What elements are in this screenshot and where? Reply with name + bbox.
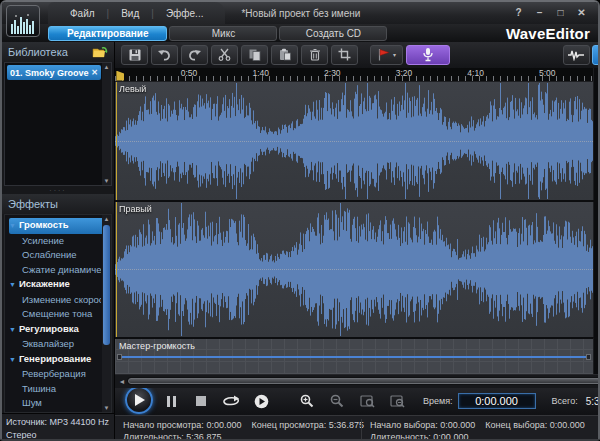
delete-button[interactable] xyxy=(301,45,328,65)
redo-button[interactable] xyxy=(181,45,208,65)
zoom-selection-button[interactable] xyxy=(355,390,379,412)
open-folder-icon[interactable] xyxy=(92,46,108,58)
minimize-button[interactable]: – xyxy=(531,6,548,20)
effect-category-volume[interactable]: ▼Громкость xyxy=(9,218,105,234)
zoom-out-button[interactable] xyxy=(325,390,349,412)
master-volume-label: Мастер-громкость xyxy=(119,341,195,351)
selection-end-value: 0:00.000 xyxy=(550,420,585,430)
menu-view[interactable]: Вид xyxy=(109,8,151,19)
tab-create-cd[interactable]: Создать CD xyxy=(279,26,387,41)
time-tick: 3:20 xyxy=(396,68,413,78)
left-channel-waveform[interactable]: Левый xyxy=(115,82,593,200)
start-marker-icon[interactable] xyxy=(116,71,124,81)
playhead-cursor[interactable] xyxy=(116,202,117,337)
effect-item[interactable]: Изменение скорости xyxy=(9,293,101,308)
cut-button[interactable] xyxy=(211,45,238,65)
collapse-icon[interactable]: ▼ xyxy=(9,356,16,363)
library-scrollbar[interactable]: ▲ ▼ xyxy=(102,63,111,185)
left-channel-label: Левый xyxy=(119,84,146,94)
waveform-area: 0:50 1:40 2:30 3:20 4:10 5:00 dB Левый xyxy=(115,68,600,388)
hscroll-thumb[interactable] xyxy=(128,378,600,384)
envelope-view-button[interactable] xyxy=(592,45,600,65)
timeline-ruler[interactable]: 0:50 1:40 2:30 3:20 4:10 5:00 xyxy=(115,68,593,82)
effects-scroll-thumb[interactable] xyxy=(103,225,110,345)
library-header: Библиотека xyxy=(2,42,114,62)
collapse-icon[interactable]: ▼ xyxy=(9,326,16,333)
panel-resize-handle[interactable]: ···· xyxy=(2,186,114,194)
selection-status: Начало выбора: 0:00.000Конец выбора: 0:0… xyxy=(370,419,585,441)
undo-button[interactable] xyxy=(151,45,178,65)
scroll-down-icon[interactable]: ▼ xyxy=(104,404,110,412)
scroll-left-icon[interactable]: ◄ xyxy=(117,378,127,385)
tab-mix[interactable]: Микс xyxy=(169,26,277,41)
tab-editing[interactable]: Редактирование xyxy=(48,26,167,41)
db-scale-right: -3 -6 -12 -18 -∞ -18 -12 -6 -3 xyxy=(593,202,600,337)
scroll-down-icon[interactable]: ▼ xyxy=(104,177,110,185)
play-selection-button[interactable] xyxy=(249,390,273,412)
effect-item[interactable]: Ослабление xyxy=(9,248,101,263)
scroll-up-icon[interactable]: ▲ xyxy=(104,215,110,223)
playhead-cursor[interactable] xyxy=(116,82,117,200)
view-end-value: 5:36.875 xyxy=(329,420,364,430)
dropdown-icon[interactable]: ▾ xyxy=(393,51,396,58)
menu-file[interactable]: Файл xyxy=(58,8,107,19)
time-tick: 0:50 xyxy=(181,68,198,78)
effect-item[interactable]: Сжатие динамичес... xyxy=(9,263,101,278)
copy-button[interactable] xyxy=(241,45,268,65)
help-button[interactable]: ? xyxy=(510,6,527,20)
transport-bar: Время: 0:00.000 Всего: 5:36.875 xyxy=(115,388,600,415)
effect-item[interactable]: Шум xyxy=(9,396,101,411)
record-microphone-button[interactable] xyxy=(406,45,450,65)
envelope-handle[interactable] xyxy=(586,354,591,360)
effect-item[interactable]: Тишина xyxy=(9,382,101,397)
zoom-all-button[interactable] xyxy=(385,390,409,412)
crop-button[interactable] xyxy=(331,45,358,65)
source-channels: Стерео xyxy=(6,429,110,441)
save-button[interactable] xyxy=(121,45,148,65)
paste-button[interactable] xyxy=(271,45,298,65)
source-info: Источник: MP3 44100 Hz Стерео xyxy=(2,413,114,441)
effect-category-generate[interactable]: ▼Генерирование xyxy=(9,352,101,368)
db-scale-left: -3 -6 -12 -18 -∞ -18 -12 -6 -3 xyxy=(593,82,600,200)
selection-start-value: 0:00.000 xyxy=(440,420,475,430)
menu-effects[interactable]: Эффе... xyxy=(154,8,216,19)
remove-item-icon[interactable]: ✕ xyxy=(89,68,98,77)
loop-button[interactable] xyxy=(219,390,243,412)
effect-category-distortion[interactable]: ▼Искажение xyxy=(9,277,101,293)
time-tick: 4:10 xyxy=(467,68,484,78)
right-channel-label: Правый xyxy=(119,204,152,214)
collapse-icon[interactable]: ▼ xyxy=(9,222,16,229)
library-item-label: 01. Smoky Grooves #0... xyxy=(10,68,89,78)
waveform-view-button[interactable] xyxy=(563,45,590,65)
close-button[interactable]: ✕ xyxy=(573,6,590,20)
time-tick: 5:00 xyxy=(539,68,556,78)
library-list: 01. Smoky Grooves #0... ✕ ▲ ▼ xyxy=(4,62,112,186)
effect-item[interactable]: Реверберация xyxy=(9,367,101,382)
envelope-handle[interactable] xyxy=(117,354,122,360)
collapse-icon[interactable]: ▼ xyxy=(9,281,16,288)
sidebar: Библиотека 01. Smoky Grooves #0... ✕ xyxy=(2,42,115,441)
current-time-field[interactable]: 0:00.000 xyxy=(458,393,536,409)
selection-duration-value: 0:00.000 xyxy=(433,432,468,441)
toolbar: ▾ xyxy=(115,42,600,68)
play-button[interactable] xyxy=(125,386,153,414)
master-volume-track[interactable]: Мастер-громкость xyxy=(115,337,593,374)
effect-item[interactable]: Усиление xyxy=(9,234,101,249)
stop-button[interactable] xyxy=(189,390,213,412)
horizontal-scrollbar[interactable]: ◄ ► xyxy=(115,374,600,388)
pause-button[interactable] xyxy=(159,390,183,412)
zoom-in-button[interactable] xyxy=(295,390,319,412)
effect-category-special[interactable]: ▼Специальное xyxy=(9,411,101,414)
marker-flag-button[interactable]: ▾ xyxy=(370,45,403,65)
effect-item[interactable]: Эквалайзер xyxy=(9,337,101,352)
total-time-value: 5:36.875 xyxy=(586,396,600,407)
maximize-button[interactable]: □ xyxy=(552,6,569,20)
scroll-up-icon[interactable]: ▲ xyxy=(104,63,110,71)
view-start-value: 0:00.000 xyxy=(206,420,241,430)
effect-category-adjust[interactable]: ▼Регулировка xyxy=(9,322,101,338)
db-scale-header: dB xyxy=(593,68,600,82)
master-volume-envelope[interactable] xyxy=(118,356,590,358)
library-item[interactable]: 01. Smoky Grooves #0... ✕ xyxy=(7,65,101,80)
right-channel-waveform[interactable]: Правый xyxy=(115,202,593,337)
effect-item[interactable]: Смещение тона xyxy=(9,307,101,322)
